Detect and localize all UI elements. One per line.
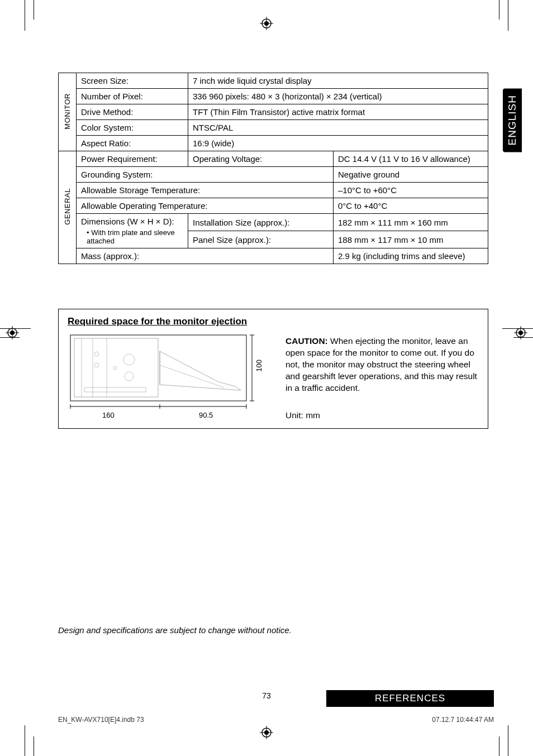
- spec-sublabel: Operating Voltage:: [188, 151, 334, 167]
- spec-sublabel: • With trim plate and sleeve attached: [81, 228, 183, 245]
- dimension-label: 100: [255, 360, 263, 372]
- spec-label: Power Requirement:: [77, 151, 188, 167]
- disclaimer-text: Design and specifications are subject to…: [58, 625, 292, 635]
- spec-value: 182 mm × 111 mm × 160 mm: [334, 214, 488, 231]
- svg-point-29: [94, 352, 99, 356]
- table-row: GENERAL Power Requirement: Operating Vol…: [59, 151, 488, 167]
- crop-mark: [25, 725, 25, 756]
- svg-point-30: [94, 363, 99, 367]
- crop-mark: [25, 0, 25, 31]
- spec-sublabel: Panel Size (approx.):: [188, 231, 334, 248]
- spec-value: 2.9 kg (including trims and sleeve): [334, 248, 488, 264]
- footer-timestamp: 07.12.7 10:44:47 AM: [432, 716, 494, 724]
- spec-label: Screen Size:: [77, 73, 188, 89]
- spec-value: DC 14.4 V (11 V to 16 V allowance): [334, 151, 488, 167]
- spec-label: Allowable Operating Temperature:: [77, 198, 334, 214]
- spec-label: Mass (approx.):: [77, 248, 334, 264]
- svg-point-31: [123, 354, 135, 365]
- spec-value: Negative ground: [334, 167, 488, 183]
- spec-value: –10°C to +60°C: [334, 183, 488, 198]
- unit-label: Unit: mm: [285, 410, 479, 422]
- table-row: Allowable Storage Temperature: –10°C to …: [59, 183, 488, 198]
- spec-value: 0°C to +40°C: [334, 198, 488, 214]
- table-row: Number of Pixel: 336 960 pixels: 480 × 3…: [59, 89, 488, 104]
- crop-mark: [499, 736, 499, 756]
- table-row: Grounding System: Negative ground: [59, 167, 488, 183]
- spec-label: Drive Method:: [77, 104, 188, 120]
- registration-mark-icon: [514, 326, 527, 339]
- diagram-illustration-icon: [68, 332, 258, 418]
- crop-mark: [508, 725, 508, 756]
- svg-point-32: [125, 372, 134, 381]
- footer-filename: EN_KW-AVX710[E]4.indb 73: [58, 716, 144, 724]
- language-tab: ENGLISH: [503, 88, 522, 152]
- caution-column: CAUTION: When ejecting the monitor, leav…: [285, 316, 479, 422]
- spec-value: TFT (Thin Film Transistor) active matrix…: [188, 104, 488, 120]
- svg-rect-28: [84, 387, 146, 392]
- table-row: Allowable Operating Temperature: 0°C to …: [59, 198, 488, 214]
- table-row: Color System: NTSC/PAL: [59, 120, 488, 136]
- spec-value: 7 inch wide liquid crystal display: [188, 73, 488, 89]
- ejection-diagram: 160 90.5 100: [68, 332, 258, 418]
- section-monitor: MONITOR: [59, 73, 77, 151]
- svg-rect-16: [70, 335, 246, 401]
- main-content: MONITOR Screen Size: 7 inch wide liquid …: [58, 73, 488, 429]
- svg-point-33: [113, 366, 117, 370]
- spec-label: Aspect Ratio:: [77, 136, 188, 151]
- references-bar: REFERENCES: [326, 690, 494, 707]
- dimension-label: 160: [102, 411, 115, 419]
- registration-mark-icon: [260, 726, 273, 739]
- spec-value: 16:9 (wide): [188, 136, 488, 151]
- spec-label: Number of Pixel:: [77, 89, 188, 104]
- registration-mark-icon: [260, 17, 273, 30]
- table-row: Drive Method: TFT (Thin Film Transistor)…: [59, 104, 488, 120]
- specifications-table: MONITOR Screen Size: 7 inch wide liquid …: [58, 73, 488, 264]
- section-general: GENERAL: [59, 151, 77, 264]
- crop-mark: [499, 0, 499, 20]
- svg-line-34: [160, 365, 224, 387]
- spec-value: NTSC/PAL: [188, 120, 488, 136]
- table-row: Aspect Ratio: 16:9 (wide): [59, 136, 488, 151]
- svg-rect-24: [74, 338, 158, 397]
- spec-label: Grounding System:: [77, 167, 334, 183]
- table-row: MONITOR Screen Size: 7 inch wide liquid …: [59, 73, 488, 89]
- spec-sublabel: Installation Size (approx.):: [188, 214, 334, 231]
- spec-value: 336 960 pixels: 480 × 3 (horizontal) × 2…: [188, 89, 488, 104]
- diagram-column: Required space for the monitor ejection: [68, 316, 269, 418]
- table-row: Dimensions (W × H × D): • With trim plat…: [59, 214, 488, 231]
- table-row: Mass (approx.): 2.9 kg (including trims …: [59, 248, 488, 264]
- required-space-box: Required space for the monitor ejection: [58, 309, 488, 429]
- spec-value: 188 mm × 117 mm × 10 mm: [334, 231, 488, 248]
- registration-mark-icon: [6, 326, 19, 339]
- required-space-title: Required space for the monitor ejection: [68, 316, 269, 327]
- crop-mark: [34, 736, 34, 756]
- dimension-label: 90.5: [199, 411, 213, 419]
- spec-label: Dimensions (W × H × D): • With trim plat…: [77, 214, 188, 248]
- crop-mark: [34, 0, 34, 20]
- caution-text: CAUTION: When ejecting the monitor, leav…: [285, 336, 479, 394]
- spec-label: Allowable Storage Temperature:: [77, 183, 334, 198]
- spec-label: Color System:: [77, 120, 188, 136]
- caution-label: CAUTION:: [285, 336, 328, 346]
- crop-mark: [508, 0, 508, 31]
